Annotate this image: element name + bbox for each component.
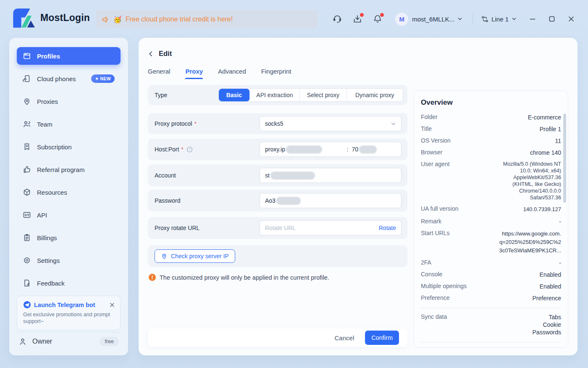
- type-option-basic[interactable]: Basic: [219, 89, 250, 101]
- check-proxy-row: Check proxy server IP: [148, 245, 407, 267]
- account-menu[interactable]: most_6MLLK...: [412, 16, 462, 23]
- type-row: Type Basic API extraction Select proxy D…: [148, 85, 407, 105]
- overview-scrollbar-thumb[interactable]: [563, 114, 566, 203]
- sidebar-item-label: Settings: [37, 257, 115, 264]
- warning-icon: !: [149, 274, 156, 281]
- sidebar-item-label: Billings: [37, 234, 115, 241]
- tab-general[interactable]: General: [148, 68, 170, 79]
- notifications-button[interactable]: [369, 11, 386, 27]
- overview-row-folder: Folder E-commerce: [421, 114, 561, 121]
- topbar: MostLogin 🥳 Free cloud phone trial credi…: [0, 0, 588, 38]
- sidebar-item-label: Feedback: [37, 280, 115, 287]
- required-asterisk: *: [194, 120, 196, 127]
- confirm-button[interactable]: Confirm: [365, 331, 399, 345]
- host-port-input[interactable]: proxy.ip : 70: [260, 142, 402, 157]
- overview-row-start-urls: Start URLs https://www.google.com. q=202…: [421, 230, 561, 255]
- cancel-button[interactable]: Cancel: [335, 334, 354, 342]
- announcement-banner[interactable]: 🥳 Free cloud phone trial credit is here!: [96, 10, 318, 29]
- type-option-dynamic-proxy[interactable]: Dynamic proxy: [347, 89, 403, 101]
- svg-text:?: ?: [189, 148, 191, 151]
- app-window: MostLogin 🥳 Free cloud phone trial credi…: [0, 0, 588, 368]
- sidebar-item-referral-program[interactable]: Referral program: [17, 161, 121, 178]
- maximize-button[interactable]: [543, 11, 560, 27]
- minimize-icon: [529, 15, 536, 23]
- network-line-icon: [481, 16, 488, 23]
- sidebar-item-profiles[interactable]: Profiles: [17, 47, 121, 65]
- owner-row[interactable]: Owner free: [17, 332, 121, 350]
- overview-row-2fa: 2FA -: [421, 259, 561, 267]
- sidebar-item-label: Referral program: [37, 166, 115, 173]
- cube-icon: [23, 188, 31, 196]
- redacted-port: [359, 146, 377, 154]
- topbar-divider: [472, 13, 473, 24]
- sidebar-item-resources[interactable]: Resources: [17, 183, 121, 201]
- sidebar-item-cloud-phones[interactable]: Cloud phones ✦ NEW: [17, 70, 121, 87]
- sidebar-item-subscription[interactable]: Subscription: [17, 138, 121, 156]
- sidebar-item-proxies[interactable]: Proxies: [17, 93, 121, 110]
- rotate-action-link[interactable]: Rotate: [379, 225, 396, 231]
- overview-row-user-agent: User agent Mozilla/5.0 (Windows NT 10.0;…: [421, 161, 561, 201]
- line-selector[interactable]: Line 1: [481, 16, 517, 23]
- account-input[interactable]: st: [260, 168, 402, 183]
- type-option-select-proxy[interactable]: Select proxy: [300, 89, 346, 101]
- sidebar-item-api[interactable]: API: [17, 206, 121, 224]
- billing-clipboard-icon: [23, 233, 31, 242]
- overview-row-multiple-openings: Multiple openings Enabled: [421, 283, 561, 290]
- avatar[interactable]: M: [395, 13, 408, 26]
- overview-row-preference: Preference Preference: [421, 294, 561, 302]
- download-button[interactable]: [349, 11, 366, 27]
- overview-row-console: Console Enabled: [421, 271, 561, 278]
- proxy-rotate-url-label: Proxy rotate URL: [155, 225, 200, 231]
- overview-row-remark: Remark -: [421, 218, 561, 225]
- back-button[interactable]: Edit: [148, 50, 407, 58]
- form-footer: Cancel Confirm: [148, 328, 407, 347]
- sidebar-item-label: Proxies: [37, 98, 115, 105]
- overview-divider: [421, 342, 561, 342]
- window-controls: [524, 11, 580, 27]
- close-button[interactable]: [563, 11, 580, 27]
- sidebar-item-label: Cloud phones: [37, 75, 85, 82]
- tab-advanced[interactable]: Advanced: [218, 68, 246, 79]
- tab-proxy[interactable]: Proxy: [185, 68, 203, 79]
- account-label: Account: [155, 172, 176, 179]
- support-headset-button[interactable]: [329, 11, 346, 27]
- chevron-down-icon: [512, 16, 517, 21]
- sidebar: Profiles Cloud phones ✦ NEW Proxies Te: [9, 38, 128, 355]
- sidebar-item-settings[interactable]: Settings: [17, 252, 121, 269]
- tab-fingerprint[interactable]: Fingerprint: [261, 68, 291, 79]
- page-title: Edit: [159, 50, 172, 58]
- overview-panel: Overview Folder E-commerce Title Profile…: [414, 90, 568, 348]
- maximize-icon: [548, 15, 556, 23]
- topbar-actions: M most_6MLLK... Line 1: [329, 0, 580, 38]
- chevron-down-icon: [457, 16, 462, 21]
- sidebar-item-feedback[interactable]: Feedback: [17, 274, 121, 292]
- sidebar-item-team[interactable]: Team: [17, 115, 121, 133]
- line-label: Line 1: [491, 16, 509, 23]
- minimize-button[interactable]: [524, 11, 541, 27]
- telegram-bot-link[interactable]: Launch Telegram bot: [34, 302, 106, 308]
- close-icon[interactable]: [109, 302, 115, 308]
- password-input[interactable]: Ao3: [260, 193, 402, 208]
- proxy-notice: ! The customized proxy will only be appl…: [148, 274, 407, 281]
- sidebar-item-billings[interactable]: Billings: [17, 229, 121, 246]
- rotate-url-input[interactable]: Rotate URL Rotate: [260, 220, 402, 236]
- check-proxy-ip-button[interactable]: Check proxy server IP: [155, 249, 235, 263]
- close-icon: [567, 15, 575, 23]
- account-name: most_6MLLK...: [412, 16, 454, 23]
- proxy-protocol-row: Proxy protocol * socks5: [148, 113, 407, 134]
- proxy-protocol-select[interactable]: socks5: [260, 116, 402, 131]
- sidebar-item-label: Profiles: [37, 53, 115, 60]
- back-chevron-icon: [148, 51, 154, 57]
- overview-row-sync-data: Sync data Tabs Cookie Passwords: [421, 313, 561, 336]
- api-code-icon: [23, 211, 31, 219]
- cloud-phone-icon: [23, 74, 31, 83]
- help-icon[interactable]: ?: [186, 146, 193, 153]
- redacted-host: [286, 146, 322, 154]
- location-pin-icon: [161, 253, 168, 259]
- overview-row-os-version: OS Version 11: [421, 137, 561, 145]
- type-option-api-extraction[interactable]: API extraction: [250, 89, 300, 101]
- sidebar-item-label: Resources: [37, 189, 115, 196]
- overview-row-title: Title Profile 1: [421, 125, 561, 133]
- rotate-url-placeholder: Rotate URL: [265, 225, 296, 231]
- telegram-bot-card: Launch Telegram bot Get exclusive promot…: [17, 296, 121, 330]
